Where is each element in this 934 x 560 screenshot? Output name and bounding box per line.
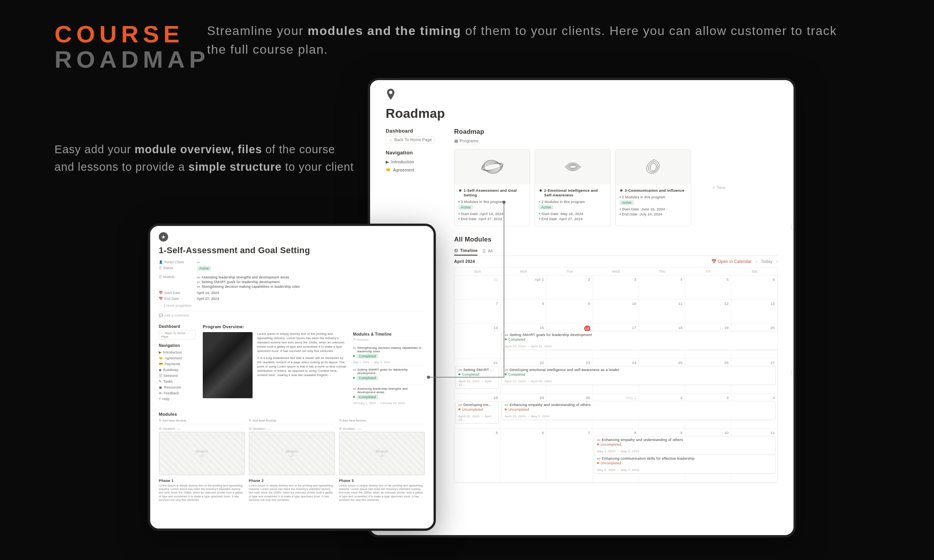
add-program-button[interactable]: + New — [696, 149, 743, 226]
program-card[interactable]: ★1-Self-Assessment and Goal Setting • 3 … — [454, 149, 530, 226]
calendar-cell[interactable]: 5 — [685, 276, 732, 299]
timeline-item[interactable]: ▭Setting SMART goals for leadership deve… — [353, 366, 425, 385]
nav-icon: 🤝 — [159, 356, 163, 360]
next-month[interactable]: › — [776, 259, 778, 264]
calendar-cell[interactable]: 14 — [455, 324, 501, 359]
calendar-event[interactable]: ▭ Developing emotional intelligence and … — [502, 366, 776, 385]
calendar-cell[interactable]: 13 — [731, 300, 778, 324]
program-card[interactable]: ★3-Communication and Influence • 2 Modul… — [615, 149, 691, 226]
calendar-cell[interactable]: 6 — [501, 429, 547, 482]
sidebar-item[interactable]: ▶Introduction — [386, 158, 444, 166]
sidebar-item[interactable]: 🤝Agreement — [386, 166, 444, 174]
grid-icon: ▦ — [454, 138, 458, 143]
nav-icon: ✎ — [159, 380, 162, 383]
page-icon: ▭ — [458, 368, 462, 372]
module-tile[interactable]: Module-2- — [249, 432, 335, 475]
program-thumbnail — [535, 149, 610, 184]
add-comment[interactable]: 💬 Add a comment… — [159, 311, 425, 320]
calendar-cell[interactable]: 8 — [501, 300, 547, 324]
add-module-button[interactable]: ✎ Add New Module — [159, 419, 245, 424]
program-card[interactable]: ★2-Emotional Intelligence and Self-Aware… — [535, 149, 611, 226]
module-column: ✎ Add New Module ⏱ Duration : — Module-2… — [249, 419, 335, 502]
calendar-cell[interactable]: 12 — [685, 300, 732, 324]
sidebar-item[interactable]: ☰Sessions — [159, 373, 196, 378]
program-thumbnail — [616, 149, 691, 184]
calendar-event[interactable]: ▭ Setting SMART goals for leadership dev… — [502, 331, 778, 350]
calendar-cell[interactable]: 7 — [547, 429, 593, 482]
calendar-cell[interactable]: 7 — [455, 300, 501, 324]
back-home-button[interactable]: ← Back To Home Page — [159, 330, 196, 340]
meta-key-end: 📅 End Date — [159, 297, 194, 301]
view-programs[interactable]: ▦ Programs — [454, 138, 478, 145]
phase-heading: Phase 2 — [249, 478, 335, 483]
calendar-cell[interactable]: 3 — [593, 276, 639, 299]
sidebar-item[interactable]: ?Help — [159, 396, 196, 402]
roadmap-heading: Roadmap — [454, 128, 778, 135]
overview-text: Lorem Ipsum is simply dummy text of the … — [257, 332, 348, 406]
tab-timeline[interactable]: ⏲Timeline — [454, 246, 478, 256]
mt-view[interactable]: ☰ Modules — [353, 338, 425, 341]
calendar-cell[interactable]: 4 — [639, 276, 685, 299]
overview-image — [203, 332, 253, 398]
sidebar-item[interactable]: ◆Roadmap — [159, 367, 196, 373]
calendar-event[interactable]: ▭ Enhancing empathy and understanding of… — [502, 401, 776, 420]
star-icon: ★ — [539, 188, 542, 198]
calendar-cell[interactable]: 5 — [455, 429, 501, 482]
nav-icon: ✉ — [159, 391, 162, 395]
sidebar-item[interactable]: 🤝Agreement — [159, 355, 196, 361]
page-title: Roadmap — [370, 104, 794, 128]
page-icon: ▭ — [505, 368, 508, 372]
sidebar-item[interactable]: ▣Resources — [159, 384, 196, 390]
more-properties[interactable]: ⋯ 2 more properties — [159, 301, 425, 311]
calendar-cell[interactable]: 9 — [547, 300, 593, 324]
back-home-button[interactable]: ← Back To Home Page — [386, 136, 435, 144]
calendar-icon: 📅 — [711, 259, 716, 264]
calendar-cell[interactable]: 31 — [455, 276, 501, 299]
add-module-button[interactable]: ✎ Add New Module — [249, 419, 335, 424]
calendar-event[interactable]: ▭ Enhancing communication skills for eff… — [594, 455, 776, 474]
module-tile[interactable]: Module-1- — [159, 432, 245, 475]
nav-icon: ☰ — [159, 374, 162, 378]
sidebar-item[interactable]: ✉Feedback — [159, 390, 196, 396]
side-description: Easy add your module overview, files of … — [54, 141, 358, 176]
arrow-left-icon: ← — [389, 138, 393, 142]
meta-table: 👤 Portal Client— ☰ StatusActive ☰ Module… — [159, 260, 425, 301]
calendar-cell[interactable]: 11 — [639, 300, 685, 324]
nav-icon: ▶ — [386, 159, 389, 164]
calendar-cell[interactable]: 2 — [547, 276, 593, 299]
calendar-month: April 2024 — [454, 259, 475, 264]
open-in-calendar[interactable]: 📅Open in Calendar — [711, 259, 752, 264]
prev-month[interactable]: ‹ — [756, 259, 757, 264]
phase-heading: Phase 3 — [339, 478, 425, 483]
timeline-item[interactable]: ▭Assessing leadership strengths and deve… — [353, 385, 425, 406]
calendar-event[interactable]: ▭ Developing em… Uncompleted April 22, 2… — [455, 401, 499, 424]
calendar-cell[interactable]: 6 — [731, 276, 778, 299]
sidebar-item[interactable]: 💳Payments — [159, 361, 196, 367]
status-badge: Active — [620, 200, 634, 205]
tab-all[interactable]: ☰All — [482, 246, 493, 256]
calendar-cell[interactable]: Apr 1 — [501, 276, 547, 299]
calendar-event[interactable]: ▭ Enhancing empathy and understanding of… — [594, 436, 776, 455]
status-badge: Active — [197, 266, 211, 271]
sidebar-dashboard-heading: Dashboard — [386, 128, 444, 134]
nav-icon: ▣ — [159, 385, 162, 389]
module-column: ✎ Add New Module ⏱ Duration : — Module-1… — [159, 419, 245, 502]
star-icon: ★ — [458, 188, 462, 198]
nav-icon: ◆ — [159, 368, 162, 372]
sidebar-item[interactable]: ▶Introduction — [159, 349, 196, 355]
sidebar-item[interactable]: ✎Tasks — [159, 378, 196, 384]
meta-key-start: 📅 Start Date — [159, 291, 194, 295]
meta-key-client: 👤 Portal Client — [159, 260, 194, 264]
sidebar-nav-heading: Navigation — [386, 150, 444, 156]
pin-icon — [370, 80, 794, 104]
today-button[interactable]: Today — [761, 259, 773, 264]
module-tile[interactable]: Module-3- — [339, 432, 425, 475]
timeline-icon: ⏲ — [454, 248, 458, 253]
calendar-cell[interactable]: 10 — [593, 300, 639, 324]
meta-key-module: ☰ Module — [159, 275, 194, 289]
add-module-button[interactable]: ✎ Add New Module — [339, 419, 425, 424]
star-icon: ★ — [620, 188, 623, 193]
calendar-event[interactable]: ▭ Setting SMART … Completed April 15, 20… — [455, 366, 499, 388]
timeline-item[interactable]: ▭Strengthening decision-making capabilit… — [353, 344, 425, 366]
module-title: 1-Self-Assessment and Goal Setting — [159, 245, 425, 256]
